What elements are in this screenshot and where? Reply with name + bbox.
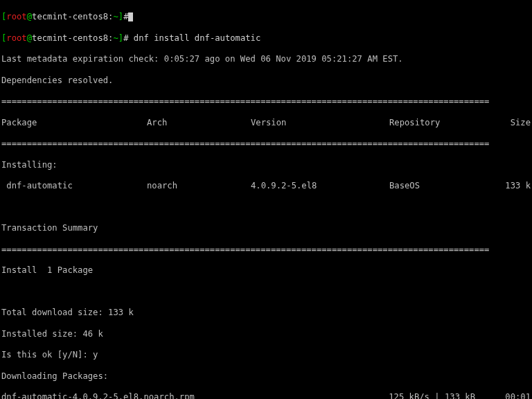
- hdr-arch: Arch: [147, 118, 251, 128]
- blank: [1, 287, 531, 297]
- tx-summary: Transaction Summary: [1, 223, 531, 233]
- table-header: PackageArchVersionRepositorySize: [1, 118, 531, 128]
- prompt-user: root: [6, 12, 26, 21]
- deps-line: Dependencies resolved.: [1, 76, 531, 86]
- cell-ver: 4.0.9.2-5.el8: [251, 181, 389, 191]
- rule-top: ========================================…: [1, 96, 531, 107]
- metadata-line: Last metadata expiration check: 0:05:27 …: [1, 54, 531, 64]
- section-installing: Installing:: [1, 160, 531, 170]
- dl-time: 00:01: [475, 392, 531, 399]
- install-count: Install 1 Package: [1, 265, 531, 276]
- hdr-version: Version: [251, 118, 389, 128]
- prompt-line-2: [root@tecmint-centos8:~]# dnf install dn…: [1, 33, 531, 44]
- download-row: dnf-automatic-4.0.9.2-5.el8.noarch.rpm12…: [1, 392, 531, 399]
- cell-size: 133 k: [486, 181, 531, 191]
- table-row: dnf-automaticnoarch4.0.9.2-5.el8BaseOS13…: [1, 181, 531, 191]
- hdr-package: Package: [1, 118, 147, 128]
- prompt-host: tecmint-centos8: [32, 12, 108, 21]
- confirm-prompt: Is this ok [y/N]: y: [1, 350, 531, 360]
- cell-arch: noarch: [147, 181, 251, 191]
- dl-speed: 125 kB/s | 133 kB: [357, 392, 475, 399]
- cell-repo: BaseOS: [389, 181, 486, 191]
- rule-hdr: ========================================…: [1, 139, 531, 149]
- cell-pkg: dnf-automatic: [1, 181, 147, 191]
- blank: [1, 202, 531, 213]
- hdr-repo: Repository: [389, 118, 486, 128]
- prompt-line-1: [root@tecmint-centos8:~]#: [1, 12, 531, 22]
- cursor-icon: [128, 12, 133, 21]
- dl-name: dnf-automatic-4.0.9.2-5.el8.noarch.rpm: [1, 392, 357, 399]
- prompt-hash: #: [123, 12, 128, 21]
- command-text: dnf install dnf-automatic: [128, 33, 260, 43]
- downloading-hdr: Downloading Packages:: [1, 371, 531, 382]
- terminal[interactable]: [root@tecmint-centos8:~]# [root@tecmint-…: [0, 0, 532, 399]
- installed-size: Installed size: 46 k: [1, 329, 531, 339]
- download-size: Total download size: 133 k: [1, 308, 531, 318]
- hdr-size: Size: [486, 118, 531, 128]
- prompt-path: ~: [113, 12, 118, 21]
- prompt-at: @: [27, 12, 32, 21]
- rule-summary: ========================================…: [1, 245, 531, 255]
